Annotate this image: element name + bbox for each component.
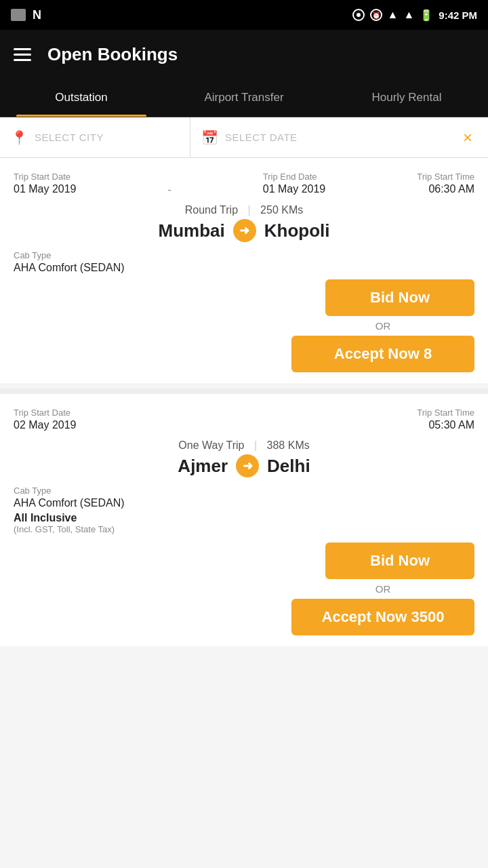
from-city: Ajmer — [178, 456, 228, 477]
trip-start-date-value: 01 May 2019 — [14, 183, 77, 195]
city-placeholder: SELECT CITY — [35, 132, 104, 143]
cab-type-value: AHA Comfort (SEDAN) — [14, 262, 474, 274]
date-separator: - — [167, 184, 171, 196]
record-icon — [352, 9, 365, 21]
calendar-icon: 📅 — [201, 130, 218, 146]
trip-start-time-group: Trip Start Time 05:30 AM — [417, 408, 474, 431]
status-bar: N ⏰ ▲ ▲ 🔋 9:42 PM — [0, 0, 488, 30]
location-icon: 📍 — [11, 130, 28, 146]
trip-start-time-label: Trip Start Time — [417, 172, 474, 182]
trip-info-row: One Way Trip | 388 KMs Ajmer ➜ Delhi — [14, 439, 474, 477]
arrow-right-icon: ➜ — [236, 454, 259, 477]
trip-start-time-group: Trip Start Time 06:30 AM — [417, 172, 474, 195]
inclusive-label: All Inclusive — [14, 512, 474, 524]
page-title: Open Bookings — [47, 44, 178, 65]
trip-start-date-value: 02 May 2019 — [14, 419, 77, 431]
trip-end-date-label: Trip End Date — [263, 172, 326, 182]
alarm-icon: ⏰ — [370, 9, 382, 21]
cab-type-section: Cab Type AHA Comfort (SEDAN) — [14, 250, 474, 274]
trip-route: Ajmer ➜ Delhi — [14, 454, 474, 477]
cab-type-value: AHA Comfort (SEDAN) — [14, 497, 474, 509]
to-city: Delhi — [267, 456, 310, 477]
accept-now-button[interactable]: Accept Now 8 — [291, 336, 474, 372]
status-bar-left: N — [11, 8, 41, 22]
filter-bar: 📍 SELECT CITY 📅 SELECT DATE × — [0, 117, 488, 158]
city-filter[interactable]: 📍 SELECT CITY — [0, 117, 190, 157]
inclusive-sub: (Incl. GST, Toll, State Tax) — [14, 524, 474, 534]
trip-type: One Way Trip — [178, 439, 244, 451]
date-placeholder: SELECT DATE — [225, 132, 298, 143]
trip-meta-divider: | — [247, 204, 250, 216]
trip-start-time-value: 05:30 AM — [428, 419, 474, 431]
or-label: OR — [291, 583, 474, 595]
trip-start-date-group: Trip Start Date 02 May 2019 — [14, 408, 77, 431]
tab-outstation[interactable]: Outstation — [0, 79, 163, 117]
close-icon: × — [463, 128, 472, 147]
trip-end-date-value: 01 May 2019 — [263, 183, 326, 195]
trip-dates-row: Trip Start Date 01 May 2019 - Trip End D… — [14, 172, 474, 196]
trip-info-row: Round Trip | 250 KMs Mumbai ➜ Khopoli — [14, 204, 474, 242]
trip-meta: One Way Trip | 388 KMs — [14, 439, 474, 452]
to-city: Khopoli — [264, 220, 330, 241]
trip-end-date-group: Trip End Date 01 May 2019 — [263, 172, 326, 195]
tab-airport-transfer[interactable]: Airport Transfer — [163, 79, 325, 117]
trip-start-time-value: 06:30 AM — [428, 183, 474, 195]
booking-card: Trip Start Date 02 May 2019 Trip Start T… — [0, 394, 488, 646]
cab-type-label: Cab Type — [14, 486, 474, 496]
menu-button[interactable] — [14, 48, 31, 61]
tab-bar: Outstation Airport Transfer Hourly Renta… — [0, 79, 488, 117]
accept-now-3500-button[interactable]: Accept Now 3500 — [291, 599, 474, 635]
signal-icon: ▲ — [403, 9, 414, 21]
bid-now-button[interactable]: Bid Now — [325, 542, 474, 579]
trip-distance: 388 KMs — [267, 439, 310, 451]
battery-icon: 🔋 — [420, 9, 433, 22]
trip-dates-row: Trip Start Date 02 May 2019 Trip Start T… — [14, 408, 474, 431]
photo-icon — [11, 9, 26, 21]
trip-distance: 250 KMs — [260, 204, 303, 216]
cab-type-label: Cab Type — [14, 250, 474, 260]
from-city: Mumbai — [159, 220, 225, 241]
or-label: OR — [291, 320, 474, 332]
trip-start-date-label: Trip Start Date — [14, 408, 77, 418]
cab-type-section: Cab Type AHA Comfort (SEDAN) All Inclusi… — [14, 486, 474, 534]
clear-filter-button[interactable]: × — [447, 117, 488, 157]
booking-actions: Bid Now OR Accept Now 3500 — [14, 542, 474, 635]
date-filter[interactable]: 📅 SELECT DATE — [190, 117, 447, 157]
status-bar-right: ⏰ ▲ ▲ 🔋 9:42 PM — [352, 9, 477, 22]
status-time: 9:42 PM — [439, 9, 477, 21]
trip-meta-divider: | — [254, 439, 257, 451]
n-icon: N — [33, 8, 41, 22]
trip-start-time-label: Trip Start Time — [417, 408, 474, 418]
trip-route: Mumbai ➜ Khopoli — [14, 219, 474, 242]
card-separator — [0, 389, 488, 394]
trip-start-date-label: Trip Start Date — [14, 172, 77, 182]
trip-type: Round Trip — [185, 204, 238, 216]
trip-start-date-group: Trip Start Date 01 May 2019 — [14, 172, 77, 195]
header: Open Bookings — [0, 30, 488, 79]
wifi-icon: ▲ — [388, 9, 399, 21]
bid-now-button[interactable]: Bid Now — [325, 279, 474, 316]
tab-hourly-rental[interactable]: Hourly Rental — [325, 79, 488, 117]
booking-actions: Bid Now OR Accept Now 8 — [14, 279, 474, 372]
trip-meta: Round Trip | 250 KMs — [14, 204, 474, 216]
arrow-right-icon: ➜ — [233, 219, 256, 242]
booking-card: Trip Start Date 01 May 2019 - Trip End D… — [0, 158, 488, 383]
